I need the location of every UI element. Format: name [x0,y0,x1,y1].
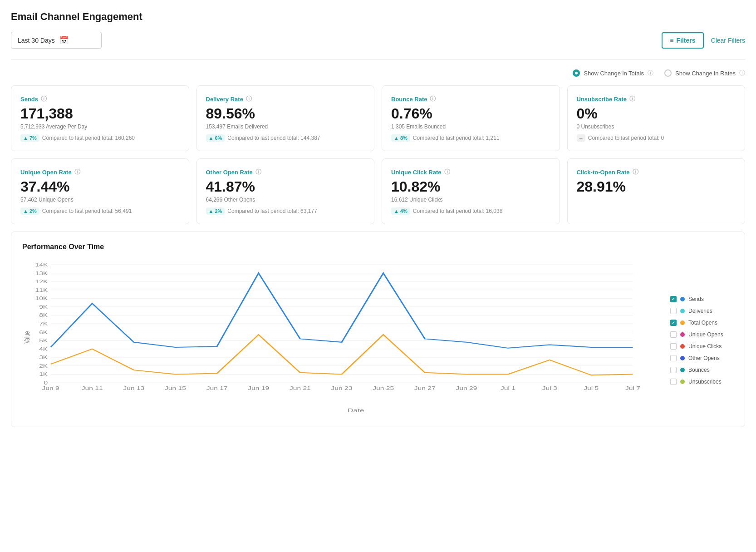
metric-card: Unsubscribe Rate ⓘ 0% 0 Unsubscribes -- … [567,85,746,151]
change-badge: ▲ 6% [206,134,225,142]
change-text: Compared to last period total: 0 [588,135,664,141]
legend-item[interactable]: Total Opens [670,320,734,326]
legend-checkbox [670,367,677,373]
legend-label: Unique Opens [688,331,723,338]
metric-change: ▲ 6% Compared to last period total: 144,… [206,134,365,142]
radio-totals [573,69,580,77]
info-icon: ⓘ [74,168,80,176]
metric-value: 0.76% [391,106,550,122]
svg-text:Jun 21: Jun 21 [290,386,311,391]
metric-card: Unique Open Rate ⓘ 37.44% 57,462 Unique … [11,158,189,224]
svg-text:Jun 19: Jun 19 [248,386,269,391]
info-icon: ⓘ [430,95,436,103]
legend-dot [680,309,685,313]
toggle-rates[interactable]: Show Change in Rates ⓘ [664,69,745,77]
chart-svg: 01K2K3K4K5K6K7K8K9K10K11K12K13K14K Jun 9… [22,260,661,414]
metric-sub: 64,266 Other Opens [206,197,365,203]
date-filter[interactable]: Last 30 Days 📅 [11,32,102,49]
metric-value: 10.82% [391,179,550,195]
metric-label: Click-to-Open Rate ⓘ [577,168,736,176]
legend-item[interactable]: Unique Clicks [670,343,734,350]
change-badge: -- [577,134,585,142]
svg-text:Jun 11: Jun 11 [82,386,103,391]
metric-change: ▲ 4% Compared to last period total: 16,0… [391,207,550,215]
legend-dot [680,332,685,337]
svg-text:3K: 3K [39,355,48,360]
metric-label: Unique Open Rate ⓘ [20,168,180,176]
metric-label: Other Open Rate ⓘ [206,168,365,176]
svg-text:4K: 4K [39,347,48,352]
metric-label: Delivery Rate ⓘ [206,95,365,103]
metric-sub: 16,612 Unique Clicks [391,197,550,203]
legend-item[interactable]: Unsubscribes [670,379,734,385]
info-rates-icon: ⓘ [739,69,745,77]
legend-item[interactable]: Sends [670,296,734,302]
metric-change: -- Compared to last period total: 0 [577,134,736,142]
metric-label: Bounce Rate ⓘ [391,95,550,103]
legend-dot [680,320,685,325]
date-filter-label: Last 30 Days [18,37,55,44]
svg-text:Jun 9: Jun 9 [42,386,59,391]
change-badge: ▲ 2% [206,207,225,215]
toolbar: Last 30 Days 📅 ≡ Filters Clear Filters [11,32,745,49]
change-text: Compared to last period total: 56,491 [42,208,132,214]
info-totals-icon: ⓘ [648,69,653,77]
metric-sub: 1,305 Emails Bounced [391,123,550,130]
legend-item[interactable]: Deliveries [670,308,734,314]
legend-item[interactable]: Other Opens [670,355,734,361]
change-badge: ▲ 2% [20,207,39,215]
svg-text:0: 0 [44,380,48,385]
divider [11,59,745,60]
metric-change: ▲ 7% Compared to last period total: 160,… [20,134,180,142]
chart-title: Performance Over Time [22,243,734,251]
svg-text:Date: Date [348,408,364,413]
info-icon: ⓘ [444,168,450,176]
legend-dot [680,380,685,384]
legend-label: Bounces [688,367,710,373]
info-icon: ⓘ [633,168,638,176]
metric-card: Sends ⓘ 171,388 5,712,933 Average Per Da… [11,85,189,151]
change-text: Compared to last period total: 63,177 [227,208,317,214]
change-badge: ▲ 4% [391,207,410,215]
svg-text:6K: 6K [39,330,48,335]
toolbar-right: ≡ Filters Clear Filters [662,32,745,49]
metric-card: Other Open Rate ⓘ 41.87% 64,266 Other Op… [196,158,375,224]
legend-checkbox [670,379,677,385]
svg-text:Jun 17: Jun 17 [206,386,228,391]
toggle-row: Show Change in Totals ⓘ Show Change in R… [11,69,745,77]
change-text: Compared to last period total: 144,387 [227,135,320,141]
calendar-icon: 📅 [59,36,69,44]
metric-card: Delivery Rate ⓘ 89.56% 153,497 Emails De… [196,85,375,151]
metric-value: 41.87% [206,179,365,195]
metric-card: Bounce Rate ⓘ 0.76% 1,305 Emails Bounced… [382,85,560,151]
radio-rates [664,69,672,77]
legend-checkbox [670,296,677,302]
legend-label: Deliveries [688,308,712,314]
metric-sub: 0 Unsubscribes [577,123,736,130]
metric-sub: 57,462 Unique Opens [20,197,180,203]
legend-label: Other Opens [688,355,720,361]
svg-text:Jun 15: Jun 15 [165,386,186,391]
svg-text:Jul 7: Jul 7 [625,386,640,391]
legend-label: Unique Clicks [688,343,722,350]
filters-button[interactable]: ≡ Filters [662,32,703,49]
metric-change: ▲ 8% Compared to last period total: 1,21… [391,134,550,142]
svg-text:Value: Value [22,331,31,344]
svg-text:Jul 5: Jul 5 [584,386,599,391]
svg-text:11K: 11K [35,288,48,293]
info-icon: ⓘ [255,168,261,176]
svg-text:7K: 7K [39,321,48,326]
metric-change: ▲ 2% Compared to last period total: 56,4… [20,207,180,215]
filter-icon: ≡ [670,37,673,44]
clear-filters-button[interactable]: Clear Filters [711,37,745,44]
legend-checkbox [670,355,677,361]
svg-text:13K: 13K [35,271,48,276]
metric-value: 89.56% [206,106,365,122]
toggle-totals[interactable]: Show Change in Totals ⓘ [573,69,653,77]
legend-item[interactable]: Unique Opens [670,331,734,338]
metric-change: ▲ 2% Compared to last period total: 63,1… [206,207,365,215]
svg-text:8K: 8K [39,313,48,318]
svg-text:Jul 1: Jul 1 [501,386,515,391]
legend-item[interactable]: Bounces [670,367,734,373]
legend-checkbox [670,331,677,338]
